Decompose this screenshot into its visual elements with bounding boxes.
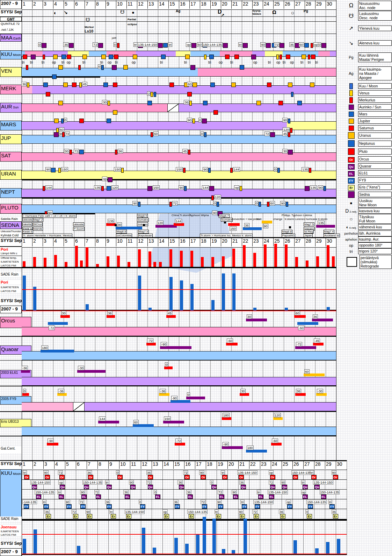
day-header-cell[interactable]: 8 — [95, 1, 106, 9]
aspect-marker — [101, 65, 104, 70]
day-header-cell[interactable]: 15 — [173, 461, 184, 469]
day-header-cell[interactable]: 29 — [325, 461, 336, 469]
day-header-cell[interactable]: 4 — [53, 1, 64, 9]
day-header-cell[interactable]: 13 — [152, 461, 162, 469]
day-header-cell[interactable]: 12 — [137, 238, 147, 247]
day-header-cell[interactable]: 5 — [64, 1, 74, 9]
day-header-cell[interactable]: 1 — [22, 1, 32, 9]
aspect-value-label: 0 — [38, 42, 41, 47]
day-header-cell[interactable]: 7 — [85, 1, 95, 9]
day-header-cell[interactable]: 1 — [22, 238, 32, 247]
day-header-cell[interactable]: 25 — [282, 461, 292, 469]
day-header-cell[interactable]: 10 — [119, 461, 130, 469]
day-header-cell[interactable]: 16 — [179, 1, 189, 9]
day-header-cell[interactable]: 12 — [137, 1, 147, 9]
day-header-cell[interactable]: 2 — [32, 461, 43, 469]
day-header-cell[interactable]: 23 — [260, 461, 271, 469]
day-header-cell[interactable]: 14 — [162, 461, 173, 469]
day-header-cell[interactable]: 6 — [74, 238, 85, 247]
day-header-cell[interactable]: 24 — [263, 1, 273, 9]
day-header-cell[interactable]: 7 — [87, 461, 97, 469]
astro-calendar-sheet[interactable]: 2007 - 9SYYS/ SepGMTQUINTILE 72.net / JJ… — [0, 0, 392, 556]
day-header-cell[interactable]: 23 — [252, 1, 263, 9]
legend-row: OrOrcus — [344, 156, 392, 163]
day-header-cell[interactable]: 27 — [294, 1, 305, 9]
day-header-cell[interactable]: 10 — [116, 238, 126, 247]
day-header-cell[interactable]: 20 — [227, 461, 238, 469]
day-header-cell[interactable]: 21 — [231, 238, 242, 247]
data-bar — [295, 257, 298, 267]
day-header-cell[interactable]: 3 — [43, 461, 54, 469]
day-header-cell[interactable]: 19 — [210, 1, 221, 9]
day-header-cell[interactable]: 10 — [116, 1, 126, 9]
day-header-cell[interactable]: 28 — [305, 1, 315, 9]
day-header-cell[interactable]: 19 — [210, 238, 221, 247]
day-header-cell[interactable]: 13 — [147, 1, 158, 9]
day-header-cell[interactable]: 5 — [65, 461, 76, 469]
day-header-cell[interactable]: 11 — [126, 1, 137, 9]
sedna-aspect-bar — [116, 227, 143, 229]
day-header-cell[interactable]: 26 — [292, 461, 303, 469]
day-header-cell[interactable]: 26 — [284, 1, 294, 9]
day-header-cell[interactable]: 20 — [221, 238, 231, 247]
day-header-cell[interactable]: 18 — [206, 461, 217, 469]
day-header-cell[interactable]: 2 — [32, 238, 43, 247]
day-header-cell[interactable]: 3 — [43, 238, 53, 247]
day-header-cell[interactable]: 16 — [179, 238, 189, 247]
day-header-cell[interactable]: 21 — [238, 461, 249, 469]
day-header-cell[interactable]: 24 — [271, 461, 282, 469]
day-header-cell[interactable]: 27 — [294, 238, 305, 247]
day-header-cell[interactable]: 13 — [147, 238, 158, 247]
legend-label: oppositio 180° — [358, 242, 392, 248]
day-header-cell[interactable]: 22 — [249, 461, 260, 469]
day-header-cell[interactable]: 28 — [314, 461, 325, 469]
day-header-cell[interactable]: 15 — [168, 238, 179, 247]
day-header-cell[interactable]: 9 — [106, 238, 116, 247]
day-header-cell[interactable]: 6 — [74, 1, 85, 9]
day-header-cell[interactable]: 4 — [54, 461, 65, 469]
day-header-cell[interactable]: 11 — [130, 461, 141, 469]
day-header-cell[interactable]: 6 — [76, 461, 87, 469]
day-header-cell[interactable]: 29 — [315, 1, 326, 9]
day-header-cell[interactable]: 25 — [273, 1, 284, 9]
day-header-cell[interactable]: 17 — [195, 461, 206, 469]
aspect-marker — [101, 55, 106, 59]
day-header-cell[interactable]: 19 — [217, 461, 227, 469]
day-header-cell[interactable]: 23 — [252, 238, 263, 247]
day-header-cell[interactable]: 14 — [158, 238, 168, 247]
day-header-cell[interactable]: 17 — [189, 238, 200, 247]
day-header-cell[interactable]: 18 — [200, 238, 210, 247]
day-header-cell[interactable]: 8 — [95, 238, 106, 247]
day-header-cell[interactable]: 17 — [189, 1, 200, 9]
day-header-cell[interactable]: 12 — [141, 461, 152, 469]
day-header-cell[interactable]: 21 — [231, 1, 242, 9]
day-header-cell[interactable]: 28 — [305, 238, 315, 247]
day-header-cell[interactable]: 29 — [315, 238, 326, 247]
aspect-marker — [26, 65, 28, 70]
day-header-cell[interactable]: 5 — [64, 238, 74, 247]
aspect-value-label: 0 — [318, 42, 321, 47]
day-header-cell[interactable]: 9 — [106, 1, 116, 9]
day-header-cell[interactable]: 14 — [158, 1, 168, 9]
day-header-cell[interactable]: 16 — [184, 461, 195, 469]
day-header-cell[interactable]: 30 — [336, 461, 347, 469]
day-header-cell[interactable]: 9 — [108, 461, 119, 469]
legend-symbol: Ω — [344, 2, 358, 9]
day-header-cell[interactable]: 2 — [32, 1, 43, 9]
day-header-cell[interactable]: 27 — [303, 461, 314, 469]
day-header-cell[interactable]: 15 — [168, 1, 179, 9]
aspect-value-label: 36 — [118, 149, 123, 154]
day-header-cell[interactable]: 20 — [221, 1, 231, 9]
dwarf-aspect-bar — [133, 424, 154, 427]
day-header-cell[interactable]: 7 — [85, 238, 95, 247]
day-header-cell[interactable]: 4 — [53, 238, 64, 247]
legend-label: Eris ("Xena") — [358, 184, 392, 190]
day-header-cell[interactable]: 18 — [200, 1, 210, 9]
day-header-cell[interactable]: 22 — [242, 1, 252, 9]
row-label-ven: VEN — [0, 67, 22, 77]
day-header-cell[interactable]: 8 — [97, 461, 108, 469]
day-header-cell[interactable]: 11 — [126, 238, 137, 247]
day-header-cell[interactable]: 3 — [43, 1, 53, 9]
day-header-cell[interactable]: 1 — [22, 461, 32, 469]
day-header-cell[interactable]: 30 — [326, 1, 336, 9]
